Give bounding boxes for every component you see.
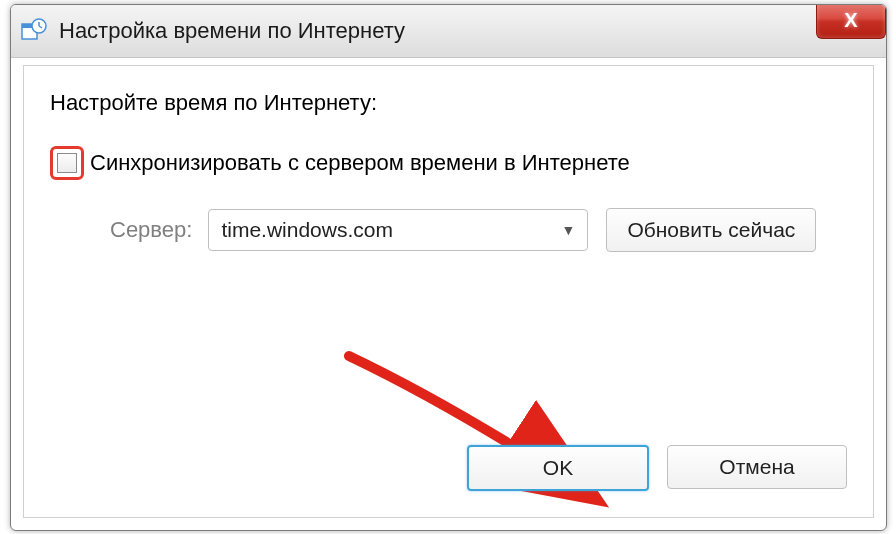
dialog-body: Настройте время по Интернету: Синхронизи… — [23, 65, 874, 518]
sync-row: Синхронизировать с сервером времени в Ин… — [50, 146, 847, 180]
instruction-text: Настройте время по Интернету: — [50, 90, 847, 116]
datetime-icon — [21, 18, 47, 44]
close-icon: X — [844, 9, 857, 32]
cancel-label: Отмена — [719, 455, 794, 479]
ok-button[interactable]: OK — [467, 445, 649, 491]
checkbox-highlight-annotation — [50, 146, 84, 180]
chevron-down-icon: ▼ — [562, 222, 576, 238]
update-now-label: Обновить сейчас — [627, 218, 795, 242]
dialog-window: Настройка времени по Интернету X Настрой… — [10, 4, 887, 531]
server-label: Сервер: — [110, 217, 192, 243]
server-row: Сервер: time.windows.com ▼ Обновить сейч… — [110, 208, 847, 252]
sync-checkbox[interactable] — [57, 153, 77, 173]
close-button[interactable]: X — [816, 4, 886, 39]
server-combobox[interactable]: time.windows.com ▼ — [208, 209, 588, 251]
sync-label: Синхронизировать с сервером времени в Ин… — [90, 150, 630, 176]
server-value: time.windows.com — [221, 218, 393, 242]
window-title: Настройка времени по Интернету — [59, 18, 405, 44]
titlebar[interactable]: Настройка времени по Интернету X — [11, 5, 886, 58]
cancel-button[interactable]: Отмена — [667, 445, 847, 489]
button-row: OK Отмена — [467, 445, 847, 491]
update-now-button[interactable]: Обновить сейчас — [606, 208, 816, 252]
ok-label: OK — [543, 456, 573, 480]
